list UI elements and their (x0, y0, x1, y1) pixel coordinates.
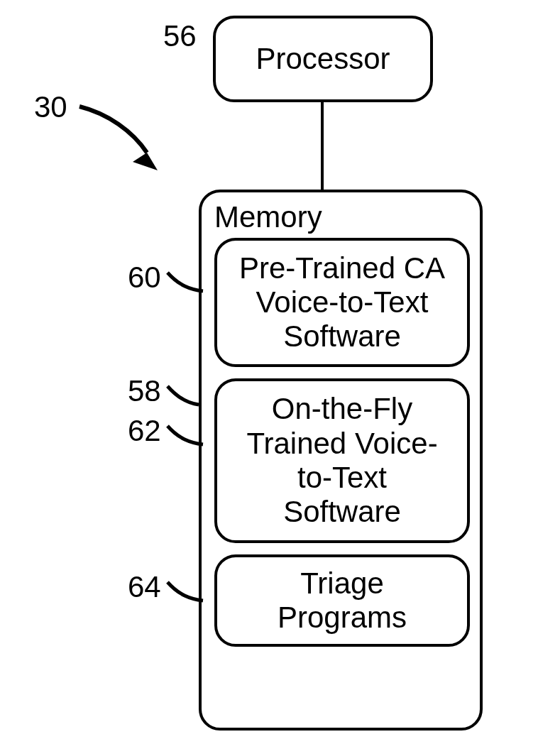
processor-label: Processor (256, 42, 390, 76)
ref-30: 30 (34, 92, 67, 122)
diagram-canvas: 30 Processor 56 Memory Pre-Trained CA Vo… (0, 0, 560, 744)
memory-title: Memory (214, 202, 322, 232)
lead-64-icon (165, 578, 206, 606)
memory-item-62: On-the-Fly Trained Voice- to-Text Softwa… (214, 378, 470, 543)
memory-item-62-label: On-the-Fly Trained Voice- to-Text Softwa… (246, 392, 437, 529)
memory-item-64-label: Triage Programs (278, 567, 407, 635)
processor-box: Processor (213, 16, 433, 102)
svg-marker-0 (133, 153, 158, 170)
memory-item-60-label: Pre-Trained CA Voice-to-Text Software (239, 251, 445, 354)
memory-item-64: Triage Programs (214, 554, 470, 647)
arrow-icon (65, 92, 172, 177)
ref-56: 56 (163, 21, 197, 51)
ref-58: 58 (128, 376, 161, 406)
lead-62-icon (165, 422, 206, 450)
ref-60: 60 (128, 263, 161, 292)
memory-item-60: Pre-Trained CA Voice-to-Text Software (214, 238, 470, 367)
lead-58-icon (165, 382, 203, 410)
connector-processor-memory (321, 102, 324, 190)
ref-64: 64 (128, 572, 161, 602)
ref-62: 62 (128, 416, 161, 446)
lead-60-icon (165, 268, 206, 297)
memory-box: Memory Pre-Trained CA Voice-to-Text Soft… (199, 190, 483, 731)
